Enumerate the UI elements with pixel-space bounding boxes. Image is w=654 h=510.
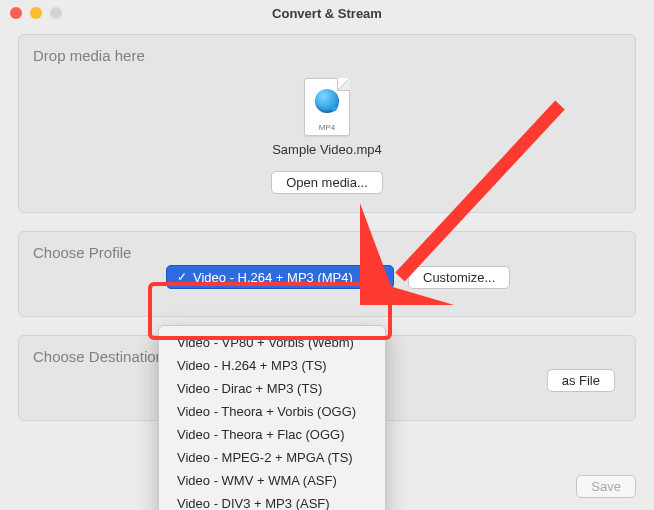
save-button[interactable]: Save bbox=[576, 475, 636, 498]
document-ext-label: MP4 bbox=[305, 123, 349, 132]
drop-media-panel: Drop media here MP4 Sample Video.mp4 Ope… bbox=[18, 34, 636, 213]
document-icon: MP4 bbox=[304, 78, 350, 136]
profile-option[interactable]: Video - H.264 + MP3 (TS) bbox=[159, 354, 385, 377]
minimize-window-icon[interactable] bbox=[30, 7, 42, 19]
profile-popup-button[interactable]: ✓ Video - H.264 + MP3 (MP4) ▲▼ bbox=[166, 265, 394, 289]
drop-area[interactable]: MP4 Sample Video.mp4 Open media... bbox=[33, 78, 621, 194]
profile-option[interactable]: Video - DIV3 + MP3 (ASF) bbox=[159, 492, 385, 510]
filename-label: Sample Video.mp4 bbox=[33, 142, 621, 157]
checkmark-icon: ✓ bbox=[177, 270, 187, 284]
profile-option[interactable]: Video - Dirac + MP3 (TS) bbox=[159, 377, 385, 400]
profile-options-menu[interactable]: Video - VP80 + Vorbis (Webm) Video - H.2… bbox=[158, 325, 386, 510]
save-as-file-button[interactable]: as File bbox=[547, 369, 615, 392]
profile-selected-label: Video - H.264 + MP3 (MP4) bbox=[193, 270, 353, 285]
profile-option[interactable]: Video - Theora + Flac (OGG) bbox=[159, 423, 385, 446]
profile-option[interactable]: Video - WMV + WMA (ASF) bbox=[159, 469, 385, 492]
profile-option[interactable]: Video - MPEG-2 + MPGA (TS) bbox=[159, 446, 385, 469]
quicktime-glyph-icon bbox=[315, 89, 339, 113]
open-media-button[interactable]: Open media... bbox=[271, 171, 383, 194]
customize-button[interactable]: Customize... bbox=[408, 266, 510, 289]
choose-profile-panel: Choose Profile ✓ Video - H.264 + MP3 (MP… bbox=[18, 231, 636, 317]
title-bar: Convert & Stream bbox=[0, 0, 654, 26]
window-controls bbox=[0, 7, 62, 19]
window-title: Convert & Stream bbox=[272, 6, 382, 21]
popup-carets-icon: ▲▼ bbox=[379, 271, 387, 283]
close-window-icon[interactable] bbox=[10, 7, 22, 19]
profile-option[interactable]: Video - VP80 + Vorbis (Webm) bbox=[159, 331, 385, 354]
zoom-window-icon[interactable] bbox=[50, 7, 62, 19]
choose-profile-title: Choose Profile bbox=[33, 244, 621, 261]
drop-media-title: Drop media here bbox=[33, 47, 621, 64]
profile-option[interactable]: Video - Theora + Vorbis (OGG) bbox=[159, 400, 385, 423]
